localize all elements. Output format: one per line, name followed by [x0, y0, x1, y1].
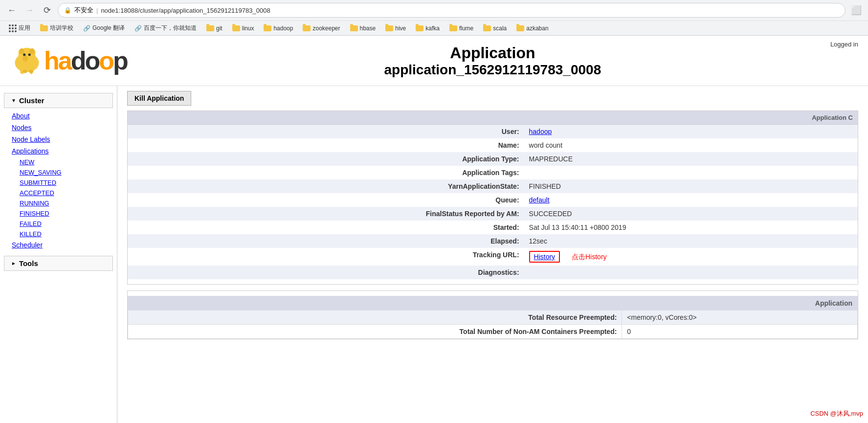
diagnostics-value	[524, 266, 858, 279]
url-text: node1:18088/cluster/app/application_1562…	[101, 7, 270, 14]
link-icon: 🔗	[83, 25, 90, 32]
folder-icon	[40, 25, 48, 31]
tracking-link[interactable]: History	[534, 253, 556, 261]
total-preempted-value: <memory:0, vCores:0>	[622, 311, 858, 325]
final-status-row: FinalStatus Reported by AM: SUCCEEDED	[128, 207, 858, 221]
bookmark-label: scala	[493, 25, 507, 32]
user-link[interactable]: hadoop	[529, 128, 552, 135]
bookmark-label: 培训学校	[50, 24, 73, 32]
folder-icon	[350, 25, 358, 31]
resource-section-header-row: Application	[128, 296, 858, 311]
sidebar-item-running[interactable]: RUNNING	[0, 198, 117, 208]
bookmark-item-hbase[interactable]: hbase	[346, 24, 380, 33]
app-section-header-row: Application C	[128, 111, 858, 125]
folder-icon	[206, 25, 214, 31]
folder-icon	[264, 25, 271, 31]
bookmark-item-azkaban[interactable]: azkaban	[512, 24, 552, 33]
app-tags-label: Application Tags:	[128, 166, 524, 179]
sidebar-item-about[interactable]: About	[0, 110, 117, 122]
sidebar-item-submitted[interactable]: SUBMITTED	[0, 178, 117, 188]
started-value: Sat Jul 13 15:40:11 +0800 2019	[524, 221, 858, 234]
reload-button[interactable]: ⟳	[40, 3, 54, 17]
bookmark-item-zookeeper[interactable]: zookeeper	[299, 24, 344, 33]
sidebar-item-applications[interactable]: Applications	[0, 145, 117, 157]
bookmark-label: kafka	[425, 25, 440, 32]
main-wrapper: hadoop Application application_156291211…	[0, 36, 868, 423]
started-row: Started: Sat Jul 13 15:40:11 +0800 2019	[128, 221, 858, 234]
elapsed-label: Elapsed:	[128, 234, 524, 248]
tools-header[interactable]: ► Tools	[4, 256, 113, 271]
sidebar-item-node-labels[interactable]: Node Labels	[0, 134, 117, 145]
user-label: User:	[128, 125, 524, 139]
security-icon: 🔒	[64, 7, 71, 14]
cluster-triangle-icon: ▼	[11, 98, 16, 103]
name-value: word count	[524, 138, 858, 152]
bookmarks-bar: 应用培训学校🔗Google 翻译🔗百度一下，你就知道gitlinuxhadoop…	[0, 21, 868, 35]
tracking-highlight-box: History	[529, 251, 560, 263]
cluster-section: ▼ Cluster About Nodes Node Labels Applic…	[0, 93, 117, 251]
browser-toolbar: ← → ⟳ 🔒 不安全 | node1:18088/cluster/app/ap…	[0, 0, 868, 21]
tools-label: Tools	[19, 259, 38, 267]
csdn-watermark: CSDN @沐风,mvp	[810, 409, 863, 418]
bookmark-label: Google 翻译	[92, 24, 125, 32]
sidebar-item-finished[interactable]: FINISHED	[0, 208, 117, 219]
sidebar-item-new-saving[interactable]: NEW_SAVING	[0, 167, 117, 178]
svg-point-8	[28, 53, 31, 56]
bookmark-item-培训学校[interactable]: 培训学校	[36, 23, 77, 33]
bookmark-item-Google-翻译[interactable]: 🔗Google 翻译	[79, 23, 129, 33]
yarn-state-row: YarnApplicationState: FINISHED	[128, 179, 858, 193]
diagnostics-row: Diagnostics:	[128, 266, 858, 279]
back-button[interactable]: ←	[5, 3, 19, 17]
kill-application-button[interactable]: Kill Application	[127, 91, 191, 106]
cluster-header[interactable]: ▼ Cluster	[4, 93, 113, 108]
user-value: hadoop	[524, 125, 858, 139]
page-header: hadoop Application application_156291211…	[0, 36, 868, 86]
apps-grid-icon	[9, 24, 17, 32]
name-label: Name:	[128, 138, 524, 152]
bookmark-label: azkaban	[526, 25, 548, 32]
security-label: 不安全	[74, 6, 93, 15]
sidebar-item-killed[interactable]: KILLED	[0, 229, 117, 239]
app-type-label: Application Type:	[128, 152, 524, 166]
folder-icon	[516, 25, 524, 31]
screenshot-button[interactable]: ⬜	[849, 3, 863, 17]
sidebar-item-nodes[interactable]: Nodes	[0, 122, 117, 134]
folder-icon	[303, 25, 311, 31]
bookmark-label: hbase	[360, 25, 376, 32]
final-status-value: SUCCEEDED	[524, 207, 858, 221]
elephant-icon	[10, 44, 44, 78]
sidebar-item-accepted[interactable]: ACCEPTED	[0, 188, 117, 198]
queue-link[interactable]: default	[529, 196, 550, 204]
bookmark-item-linux[interactable]: linux	[228, 24, 258, 33]
bookmark-item-hive[interactable]: hive	[381, 24, 410, 33]
tracking-note: 点击History	[572, 253, 607, 261]
app-type-value: MAPREDUCE	[524, 152, 858, 166]
bookmark-label: hive	[395, 25, 406, 32]
bookmark-item-git[interactable]: git	[202, 24, 226, 33]
address-bar[interactable]: 🔒 不安全 | node1:18088/cluster/app/applicat…	[58, 3, 846, 18]
bookmark-item-应用[interactable]: 应用	[5, 23, 34, 33]
bookmark-item-kafka[interactable]: kafka	[412, 24, 444, 33]
sidebar-item-new[interactable]: NEW	[0, 157, 117, 167]
bookmark-item-百度一下，你就知道[interactable]: 🔗百度一下，你就知道	[131, 23, 200, 33]
bookmark-label: git	[216, 25, 223, 32]
yarn-state-label: YarnApplicationState:	[128, 179, 524, 193]
started-label: Started:	[128, 221, 524, 234]
folder-icon	[232, 25, 240, 31]
folder-icon	[416, 25, 423, 31]
user-row: User: hadoop	[128, 125, 858, 139]
logged-in-text: Logged in	[830, 41, 858, 48]
bookmark-item-flume[interactable]: flume	[445, 24, 477, 33]
bookmark-item-hadoop[interactable]: hadoop	[260, 24, 297, 33]
page-title-line1: Application	[127, 44, 858, 62]
non-am-row: Total Number of Non-AM Containers Preemp…	[128, 325, 858, 339]
sidebar-item-scheduler[interactable]: Scheduler	[0, 239, 117, 251]
tracking-row: Tracking URL: History 点击History	[128, 248, 858, 266]
page-title-line2: application_1562912119783_0008	[127, 62, 858, 78]
app-info-section: Application C User: hadoop Name: word co…	[127, 111, 858, 285]
forward-button[interactable]: →	[22, 3, 36, 17]
sidebar-item-failed[interactable]: FAILED	[0, 219, 117, 229]
final-status-label: FinalStatus Reported by AM:	[128, 207, 524, 221]
bookmark-item-scala[interactable]: scala	[479, 24, 511, 33]
name-row: Name: word count	[128, 138, 858, 152]
